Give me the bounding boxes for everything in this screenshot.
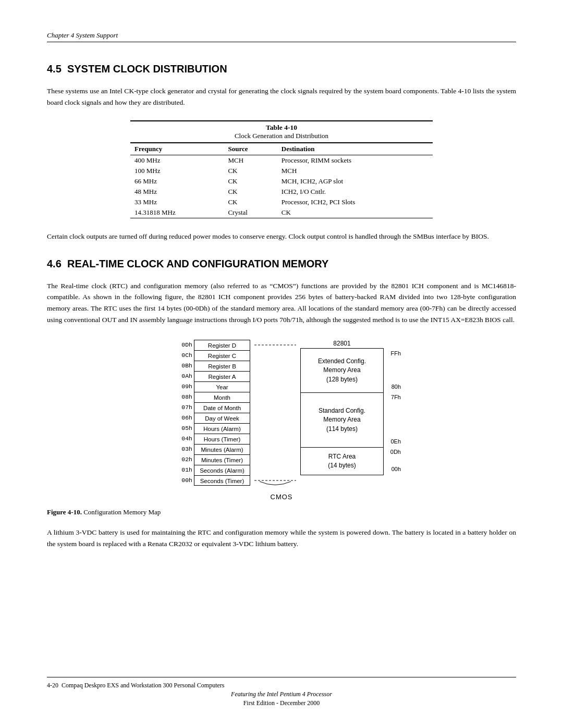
table-subtitle: Clock Generation and Distribution: [130, 132, 433, 140]
table-cell: Crystal: [224, 207, 277, 218]
col-source: Source: [224, 143, 277, 155]
register-addr: 08h: [179, 392, 194, 402]
register-addr: 0Dh: [179, 340, 194, 350]
table-cell: CK: [224, 187, 277, 197]
table-cell: Processor, ICH2, PCI Slots: [277, 197, 433, 207]
table-row: 33 MHzCKProcessor, ICH2, PCI Slots: [130, 197, 433, 207]
section-46-para1: The Real-time clock (RTC) and configurat…: [47, 280, 516, 325]
chip-label: 82801: [300, 340, 384, 347]
table-row: 48 MHzCKICH2, I/O Cntlr.: [130, 187, 433, 197]
col-freq: Frequncy: [130, 143, 224, 155]
cmos-ffh-label: FFh: [390, 350, 401, 358]
table-4-10-container: Table 4-10 Clock Generation and Distribu…: [130, 120, 433, 218]
table-cell: ICH2, I/O Cntlr.: [277, 187, 433, 197]
table-row: 400 MHzMCHProcessor, RIMM sockets: [130, 155, 433, 166]
register-row: 00hSeconds (Timer): [179, 475, 250, 486]
cmos-standard: Standard Config.Memory Area(114 bytes) 0…: [301, 393, 383, 448]
section-45-para1: These systems use an Intel CK-type clock…: [47, 85, 516, 108]
register-label: Minutes (Timer): [194, 454, 250, 465]
register-row: 09hYear: [179, 381, 250, 392]
table-header-row: Frequncy Source Destination: [130, 143, 433, 155]
footer-page-ref: 4-20 Compaq Deskpro EXS and Workstation …: [47, 682, 516, 689]
register-addr: 09h: [179, 381, 194, 392]
cmos-extended: FFh Extended Config.Memory Area(128 byte…: [301, 349, 383, 393]
register-label: Day of Week: [194, 413, 250, 423]
register-addr: 0Ch: [179, 350, 194, 361]
table-cell: 400 MHz: [130, 155, 224, 166]
register-addr: 00h: [179, 475, 194, 486]
table-cell: 100 MHz: [130, 166, 224, 176]
connector-svg: [254, 340, 296, 486]
register-addr: 06h: [179, 413, 194, 423]
fig-caption-text: Configuration Memory Map: [82, 508, 161, 516]
table-cell: CK: [224, 166, 277, 176]
memory-diagram-wrapper: 0DhRegister D0ChRegister C0BhRegister B0…: [47, 340, 516, 488]
register-addr: 01h: [179, 465, 194, 475]
register-row: 0DhRegister D: [179, 340, 250, 350]
clock-distribution-table: Frequncy Source Destination 400 MHzMCHPr…: [130, 143, 433, 218]
register-addr: 05h: [179, 423, 194, 434]
section-45: 4.5 SYSTEM CLOCK DISTRIBUTION These syst…: [47, 63, 516, 242]
cmos-00h-label: 00h: [391, 465, 401, 474]
register-row: 01hSeconds (Alarm): [179, 465, 250, 475]
register-row: 08hMonth: [179, 392, 250, 402]
section-46-title: 4.6 REAL-TIME CLOCK AND CONFIGURATION ME…: [47, 258, 516, 270]
register-row: 03hMinutes (Alarm): [179, 444, 250, 454]
cmos-0dh-label: 0Dh: [390, 449, 401, 455]
register-addr: 0Ah: [179, 371, 194, 381]
table-cell: MCH: [224, 155, 277, 166]
register-label: Register B: [194, 361, 250, 371]
register-label: Month: [194, 392, 250, 402]
register-label: Seconds (Timer): [194, 475, 250, 486]
diagram-connector: [254, 340, 296, 488]
register-row: 0ChRegister C: [179, 350, 250, 361]
table-row: 66 MHzCKMCH, ICH2, AGP slot: [130, 176, 433, 187]
table-cell: 14.31818 MHz: [130, 207, 224, 218]
register-label: Register D: [194, 340, 250, 350]
section-46: 4.6 REAL-TIME CLOCK AND CONFIGURATION ME…: [47, 258, 516, 550]
chapter-header: Chapter 4 System Support: [47, 31, 118, 40]
register-row: 06hDay of Week: [179, 413, 250, 423]
cmos-outer-box: FFh Extended Config.Memory Area(128 byte…: [300, 348, 384, 475]
cmos-box-container: 82801 FFh Extended Config.Memory Area(12…: [300, 340, 384, 475]
cmos-80h-label: 80h: [391, 383, 401, 391]
table-title-row: Table 4-10 Clock Generation and Distribu…: [130, 120, 433, 143]
col-dest: Destination: [277, 143, 433, 155]
page-footer: 4-20 Compaq Deskpro EXS and Workstation …: [47, 677, 516, 707]
register-addr: 03h: [179, 444, 194, 454]
register-label: Year: [194, 381, 250, 392]
register-row: 0AhRegister A: [179, 371, 250, 381]
cmos-rtc: RTC Area(14 bytes) 00h: [301, 448, 383, 475]
register-addr: 07h: [179, 402, 194, 413]
section-45-title: 4.5 SYSTEM CLOCK DISTRIBUTION: [47, 63, 516, 75]
cmos-0eh-label: 0Eh: [390, 438, 401, 446]
section-45-para2: Certain clock outputs are turned off dur…: [47, 231, 516, 242]
register-label: Seconds (Alarm): [194, 465, 250, 475]
register-label: Hours (Timer): [194, 434, 250, 444]
register-row: 05hHours (Alarm): [179, 423, 250, 434]
table-cell: 66 MHz: [130, 176, 224, 187]
fig-caption-bold: Figure 4-10.: [47, 508, 82, 516]
table-cell: CK: [224, 197, 277, 207]
register-label: Hours (Alarm): [194, 423, 250, 434]
table-row: 100 MHzCKMCH: [130, 166, 433, 176]
register-row: 0BhRegister B: [179, 361, 250, 371]
register-row: 07hDate of Month: [179, 402, 250, 413]
register-row: 04hHours (Timer): [179, 434, 250, 444]
register-row: 02hMinutes (Timer): [179, 454, 250, 465]
register-label: Date of Month: [194, 402, 250, 413]
table-cell: CK: [224, 176, 277, 187]
page-header: Chapter 4 System Support: [47, 31, 516, 42]
register-label: Minutes (Alarm): [194, 444, 250, 454]
register-label: Register C: [194, 350, 250, 361]
table-row: 14.31818 MHzCrystalCK: [130, 207, 433, 218]
table-cell: MCH, ICH2, AGP slot: [277, 176, 433, 187]
footer-edition: First Edition - December 2000: [47, 699, 516, 707]
footer-subtitle: Featuring the Intel Pentium 4 Processor: [47, 690, 516, 698]
table-title: Table 4-10: [130, 124, 433, 132]
register-addr: 02h: [179, 454, 194, 465]
table-cell: 48 MHz: [130, 187, 224, 197]
page: Chapter 4 System Support 4.5 SYSTEM CLOC…: [0, 0, 563, 728]
register-addr: 0Bh: [179, 361, 194, 371]
section-46-para2: A lithium 3-VDC battery is used for main…: [47, 527, 516, 549]
